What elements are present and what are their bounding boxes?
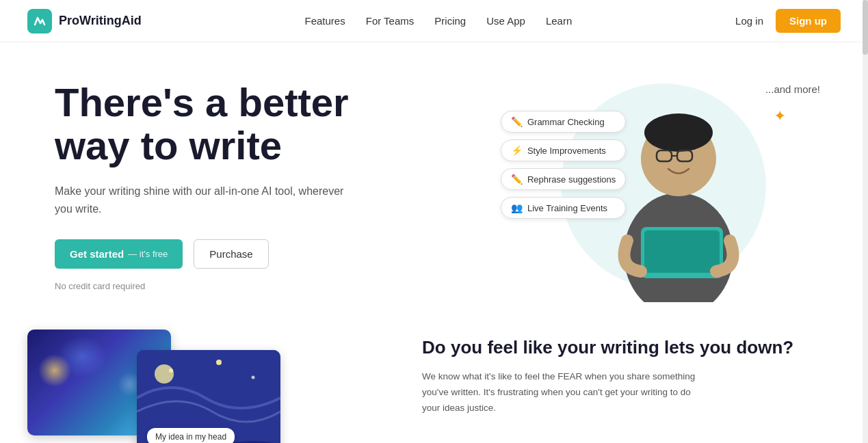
svg-point-2 — [644, 113, 713, 152]
second-section-title: Do you feel like your writing lets you d… — [422, 336, 813, 360]
nav-for-teams[interactable]: For Teams — [366, 15, 415, 27]
hero-person-illustration — [603, 90, 754, 302]
scrollbar[interactable] — [863, 0, 868, 443]
sparkle-icon: ✦ — [774, 107, 786, 125]
hero-content: There's a better way to write Make your … — [55, 81, 487, 292]
nav-learn[interactable]: Learn — [546, 15, 572, 27]
svg-rect-7 — [644, 230, 720, 273]
hero-chips: ✏️ Grammar Checking ⚡ Style Improvements… — [501, 111, 626, 219]
nav-features[interactable]: Features — [305, 15, 345, 27]
nav-actions: Log in Sign up — [735, 9, 841, 33]
and-more-text: ...and more! — [765, 83, 820, 95]
chip-style: ⚡ Style Improvements — [501, 139, 626, 161]
hero-illustration: ...and more! ✦ — [487, 70, 841, 302]
login-link[interactable]: Log in — [735, 15, 763, 27]
svg-point-20 — [216, 360, 222, 365]
get-started-button[interactable]: Get started — it's free — [55, 239, 183, 269]
nav-pricing[interactable]: Pricing — [434, 15, 466, 27]
purchase-button[interactable]: Purchase — [194, 239, 268, 269]
svg-point-22 — [155, 364, 174, 384]
hero-title: There's a better way to write — [55, 81, 487, 168]
signup-button[interactable]: Sign up — [776, 9, 841, 33]
hero-section: There's a better way to write Make your … — [0, 42, 868, 316]
nav-links: Features For Teams Pricing Use App Learn — [305, 15, 573, 27]
svg-point-21 — [252, 376, 255, 379]
second-section: My idea in my head Do you feel like your… — [0, 316, 868, 443]
second-section-text: Do you feel like your writing lets you d… — [422, 330, 813, 416]
chip-training: 👥 Live Training Events — [501, 197, 626, 219]
chip-grammar: ✏️ Grammar Checking — [501, 111, 626, 133]
chip-rephrase-icon: ✏️ — [511, 174, 523, 185]
chip-grammar-icon: ✏️ — [511, 116, 523, 127]
nav-use-app[interactable]: Use App — [486, 15, 525, 27]
no-credit-text: No credit card required — [55, 281, 487, 291]
second-section-images: My idea in my head — [27, 330, 381, 443]
logo-text: ProWritingAid — [59, 14, 142, 28]
scrollbar-thumb[interactable] — [863, 0, 868, 55]
hero-buttons: Get started — it's free Purchase — [55, 239, 487, 269]
chip-training-icon: 👥 — [511, 202, 523, 213]
chip-style-icon: ⚡ — [511, 145, 523, 156]
logo-link[interactable]: ProWritingAid — [27, 9, 142, 33]
my-idea-bubble: My idea in my head — [147, 428, 235, 443]
logo-icon — [27, 9, 52, 33]
navbar: ProWritingAid Features For Teams Pricing… — [0, 0, 868, 42]
second-section-description: We know what it's like to feel the FEAR … — [422, 369, 709, 416]
hero-subtitle: Make your writing shine with our all-in-… — [55, 183, 349, 217]
chip-rephrase: ✏️ Rephrase suggestions — [501, 168, 626, 190]
image-card-2: My idea in my head — [137, 350, 280, 443]
